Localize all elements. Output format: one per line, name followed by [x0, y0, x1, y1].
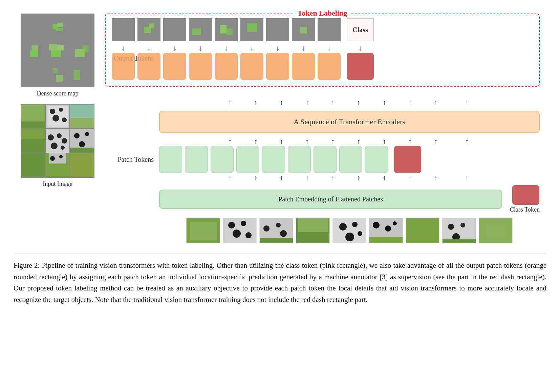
- up-arrow-0: ↑: [218, 99, 241, 107]
- svg-point-72: [233, 230, 241, 238]
- svg-rect-19: [56, 75, 63, 82]
- class-token-label: Class Token: [510, 206, 540, 213]
- svg-point-37: [62, 138, 67, 144]
- svg-point-88: [385, 225, 391, 232]
- output-token-4: [215, 53, 238, 80]
- right-panel: Token Labeling: [105, 14, 540, 243]
- up-arrow-ep-6: ↑: [373, 174, 396, 182]
- svg-rect-44: [70, 148, 94, 153]
- svg-point-38: [51, 143, 58, 149]
- patch-token-0: [159, 146, 182, 173]
- dog-bottom-patch-4: [332, 218, 366, 243]
- score-patch-0: [112, 18, 135, 41]
- dog-bottom-patch-2: [259, 218, 293, 243]
- svg-rect-23: [21, 122, 45, 128]
- score-patch-4: [215, 18, 238, 41]
- svg-point-89: [393, 221, 397, 225]
- patch-token-4: [262, 146, 285, 173]
- up-arrow-ep-8: ↑: [424, 174, 447, 182]
- dog-cell-4: [46, 129, 69, 153]
- arrow-score-2: ↓: [163, 44, 186, 52]
- arrow-score-8: ↓: [318, 44, 341, 52]
- dog-bottom-patch-1: [223, 218, 257, 243]
- patch-tokens-row-wrapper: Patch Tokens: [105, 146, 540, 173]
- svg-point-77: [280, 230, 287, 237]
- svg-point-83: [352, 222, 358, 227]
- svg-rect-78: [260, 238, 293, 243]
- score-cell-5: [70, 39, 94, 62]
- svg-point-36: [57, 133, 62, 138]
- main-container: Dense score map: [14, 10, 546, 305]
- patch-token-3: [236, 146, 259, 173]
- svg-rect-57: [192, 28, 201, 35]
- output-token-class: [347, 53, 374, 80]
- svg-point-85: [358, 231, 362, 236]
- output-token-3: [189, 53, 212, 80]
- up-arrow-pt-8: ↑: [424, 137, 447, 145]
- svg-rect-18: [52, 68, 58, 73]
- score-map-container: Dense score map: [21, 14, 94, 97]
- arrow-score-4: ↓: [215, 44, 238, 52]
- left-panel: Dense score map: [20, 14, 95, 188]
- dog-cell-3: [21, 129, 45, 153]
- score-patch-7: [292, 18, 315, 41]
- svg-point-75: [263, 225, 270, 232]
- dog-bottom-patch-5: [369, 218, 403, 243]
- svg-rect-8: [30, 50, 38, 57]
- output-token-6: [266, 53, 289, 80]
- svg-rect-12: [58, 45, 64, 50]
- dog-cell-2: [70, 105, 94, 128]
- token-labeling-section: Token Labeling: [105, 14, 540, 87]
- svg-point-84: [345, 233, 354, 241]
- dog-cell-6: [21, 153, 45, 177]
- up-arrow-pt-2: ↑: [270, 137, 293, 145]
- score-patch-6: [266, 18, 289, 41]
- svg-point-26: [50, 109, 55, 114]
- up-arrow-3: ↑: [296, 99, 319, 107]
- up-arrow-5: ↑: [347, 99, 370, 107]
- patch-token-class: [394, 146, 421, 173]
- dog-patches-bottom-row: [186, 218, 513, 243]
- score-cell-2: [70, 14, 94, 38]
- svg-rect-4: [56, 28, 63, 31]
- arrow-score-3: ↓: [189, 44, 212, 52]
- score-cell-1: [46, 14, 69, 38]
- patch-token-6: [314, 146, 337, 173]
- svg-rect-66: [318, 18, 341, 41]
- up-arrow-ep-7: ↑: [399, 174, 422, 182]
- up-arrow-pt-0: ↑: [218, 137, 241, 145]
- dog-cell-5: [70, 129, 94, 153]
- svg-rect-54: [149, 23, 154, 28]
- score-patch-2: [163, 18, 186, 41]
- score-patch-8: [318, 18, 341, 41]
- dog-cell-1: [46, 105, 69, 128]
- dog-cell-0: [21, 105, 45, 128]
- caption-text: Figure 2: Pipeline of training vision tr…: [14, 261, 546, 304]
- svg-point-28: [52, 115, 59, 122]
- up-arrow-pt-6: ↑: [373, 137, 396, 145]
- score-patch-1: [137, 18, 160, 41]
- svg-rect-33: [21, 139, 45, 153]
- svg-point-82: [339, 223, 347, 231]
- score-cell-6: [21, 63, 45, 87]
- svg-rect-45: [21, 153, 45, 177]
- class-token-group: Class Token: [508, 185, 540, 213]
- up-arrow-8: ↑: [424, 99, 447, 107]
- svg-rect-5: [70, 14, 94, 38]
- svg-rect-68: [190, 222, 217, 240]
- svg-rect-0: [21, 14, 45, 38]
- svg-point-29: [62, 117, 67, 122]
- svg-rect-21: [73, 70, 80, 80]
- output-token-1: [137, 53, 160, 80]
- svg-rect-80: [298, 218, 328, 232]
- up-arrow-ep-0: ↑: [218, 174, 241, 182]
- class-box: Class: [347, 18, 374, 41]
- dense-score-label: Dense score map: [37, 90, 79, 97]
- patch-token-2: [211, 146, 234, 173]
- transformer-section: A Sequence of Transformer Encoders: [105, 111, 540, 133]
- score-cell-3: [21, 39, 45, 62]
- up-arrow-6: ↑: [373, 99, 396, 107]
- svg-rect-15: [82, 45, 89, 52]
- dog-cell-7: [46, 153, 69, 177]
- patch-embed-box: Patch Embedding of Flattened Patches: [159, 190, 502, 209]
